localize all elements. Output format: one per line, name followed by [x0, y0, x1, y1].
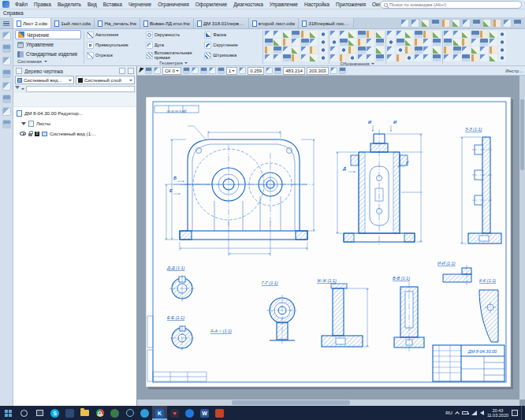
toolbar-icon[interactable]	[431, 19, 440, 28]
toolbar-icon[interactable]	[330, 31, 338, 38]
app-messenger[interactable]	[182, 406, 197, 420]
grid-icon[interactable]	[183, 67, 190, 74]
toolbar-icon[interactable]	[340, 39, 348, 46]
toolbar-icon[interactable]	[301, 54, 309, 61]
toolbar-icon[interactable]	[283, 31, 291, 38]
toolbar-icon[interactable]	[358, 31, 366, 38]
panel-tab-icon[interactable]	[2, 69, 11, 78]
panel-set-select[interactable]: Системная	[15, 59, 81, 65]
toolbar-icon[interactable]	[265, 54, 273, 61]
toolbar-icon[interactable]	[319, 54, 327, 61]
geometry-group-label[interactable]: Геометрия	[85, 61, 262, 65]
panel-tab-icon[interactable]	[2, 57, 11, 65]
toolbar-icon[interactable]	[367, 39, 374, 46]
menu-view[interactable]: Вид	[84, 0, 100, 9]
tree-filter-field[interactable]	[26, 86, 135, 92]
toolbar-icon[interactable]	[498, 46, 506, 54]
toolbar-icon[interactable]	[405, 54, 413, 61]
toolbar-icon[interactable]	[513, 19, 522, 28]
toolbar-icon[interactable]	[330, 54, 338, 61]
toolbar-icon[interactable]	[376, 39, 384, 46]
expand-arrow-icon[interactable]	[21, 122, 26, 128]
app-likes[interactable]: ♥	[167, 406, 182, 420]
show-desktop-button[interactable]	[521, 406, 523, 420]
app-generic-1[interactable]	[62, 406, 77, 420]
command-search-input[interactable]	[389, 2, 518, 7]
tool-autoline[interactable]: Автолиния	[85, 30, 144, 40]
toolbar-icon[interactable]	[471, 31, 479, 38]
toolbar-icon[interactable]	[319, 31, 327, 38]
toolbar-icon[interactable]	[367, 46, 374, 54]
menu-edit[interactable]: Правка	[31, 0, 54, 9]
tab-318-first-sheet[interactable]: 318\первый лист.cdw	[299, 18, 354, 28]
tree-item-system-view[interactable]: 0 Системный вид (1:...	[13, 128, 136, 139]
menu-diagnostics[interactable]: Диагностика	[230, 0, 266, 9]
toolbar-icon[interactable]	[453, 46, 461, 54]
tool-circle[interactable]: Окружность	[144, 30, 203, 40]
cursor-y-field[interactable]: 203.303	[307, 67, 329, 75]
app-file-explorer[interactable]	[77, 406, 92, 420]
refresh-icon[interactable]	[154, 67, 161, 74]
toolbar-icon[interactable]	[292, 54, 300, 61]
taskbar-search-button[interactable]	[16, 406, 32, 420]
tool-arc[interactable]: Дуга	[144, 40, 203, 50]
menu-help[interactable]: Справка	[0, 9, 27, 18]
magnet-icon[interactable]	[209, 67, 216, 74]
toolbar-icon[interactable]	[397, 39, 404, 46]
toolbar-icon[interactable]	[452, 19, 460, 28]
app-steam[interactable]	[122, 406, 137, 420]
category-management[interactable]: Управление	[15, 39, 81, 49]
rounding-icon[interactable]	[266, 67, 273, 74]
volume-icon[interactable]	[480, 411, 484, 415]
tab-first-sheet[interactable]: 1ый лист.cdw	[51, 18, 95, 28]
toolbar-icon[interactable]	[498, 39, 506, 46]
snap-icon[interactable]	[192, 67, 199, 74]
horizontal-scrollbar[interactable]	[137, 400, 519, 406]
toolbar-icon[interactable]	[411, 19, 419, 28]
toolbar-icon[interactable]	[319, 39, 327, 46]
panel-tab-icon[interactable]	[2, 95, 11, 103]
tab-second-sheet[interactable]: второй лист.cdw	[249, 18, 299, 28]
toolbar-icon[interactable]	[376, 54, 384, 61]
vertical-scrollbar[interactable]	[519, 76, 525, 400]
tool-chamfer[interactable]: Фаска	[203, 30, 262, 40]
menu-applications[interactable]: Приложения	[333, 0, 369, 9]
toolbar-icon[interactable]	[471, 39, 479, 46]
close-icon[interactable]	[128, 68, 134, 74]
toolbar-icon[interactable]	[415, 39, 423, 46]
tool-fillet[interactable]: Скругление	[203, 40, 262, 50]
toolbar-icon[interactable]	[405, 46, 413, 54]
chevron-down-icon[interactable]	[21, 88, 24, 91]
menu-file[interactable]: Файл	[12, 0, 31, 9]
toolbar-icon[interactable]	[292, 46, 300, 54]
toolbar-icon[interactable]	[358, 54, 366, 61]
toolbar-icon[interactable]	[453, 31, 461, 38]
toolbar-icon[interactable]	[301, 31, 309, 38]
coordinate-system-select[interactable]: СК 0	[162, 67, 181, 75]
scrollbar-thumb[interactable]	[520, 99, 524, 170]
toolbar-icon[interactable]	[348, 31, 356, 38]
tab-vovan-itog[interactable]: Вован-ЛД итог.frw	[140, 18, 194, 28]
toolbar-icon[interactable]	[348, 39, 356, 46]
tool-aux-line[interactable]: Вспомогательная прямая	[144, 50, 203, 61]
pin-icon[interactable]	[119, 68, 125, 74]
network-icon[interactable]	[471, 411, 477, 415]
toolbar-icon[interactable]	[453, 39, 461, 46]
action-center-icon[interactable]	[512, 410, 518, 416]
toolbar-icon[interactable]	[462, 31, 470, 38]
app-chrome[interactable]	[92, 406, 107, 420]
toolbar-icon[interactable]	[310, 39, 318, 46]
toolbar-icon[interactable]	[423, 54, 431, 61]
toolbar-icon[interactable]	[421, 19, 430, 28]
app-kompas-active[interactable]: K	[152, 406, 167, 420]
toolbar-icon[interactable]	[283, 39, 291, 46]
angle-snap-icon[interactable]	[218, 67, 225, 74]
tab-list2[interactable]: Лист 2.cdw	[13, 18, 51, 28]
toolbar-icon[interactable]	[283, 46, 291, 54]
toolbar-icon[interactable]	[301, 39, 309, 46]
toolbar-icon[interactable]	[472, 19, 481, 28]
toolbar-icon[interactable]	[415, 31, 423, 38]
visibility-eye-icon[interactable]	[20, 132, 26, 136]
battery-icon[interactable]	[462, 411, 468, 414]
task-view-button[interactable]	[32, 406, 47, 420]
